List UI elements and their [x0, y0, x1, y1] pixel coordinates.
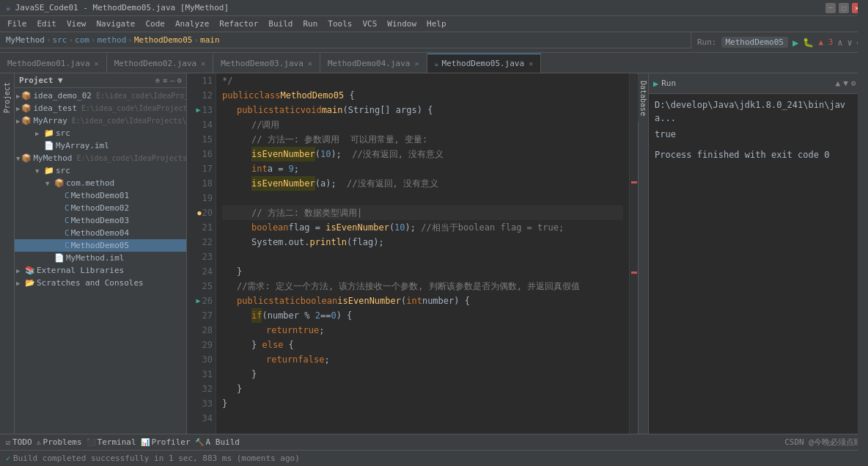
output-panel: ▶ Run ▲ ▼ ⚙ — D:\develop\Java\jdk1.8.0_2…: [648, 73, 868, 434]
module-icon: 📦: [21, 91, 32, 101]
sidebar-item-idea-test[interactable]: ▶ 📦 idea_test E:\idea_code\IdeaProjects\…: [15, 102, 186, 114]
sidebar-item-src2[interactable]: ▼ 📁 src: [15, 164, 186, 177]
warnings-badge[interactable]: ▲ 3: [818, 37, 833, 47]
maximize-btn[interactable]: □: [839, 3, 849, 13]
breadcrumb-main[interactable]: main: [200, 35, 220, 45]
code-line-29: } else {: [222, 338, 623, 352]
database-tab-btn[interactable]: Database: [638, 75, 649, 122]
sidebar-tool2[interactable]: ≡: [163, 76, 167, 84]
code-editor[interactable]: 11 12 ▶13 14 15 16 17 18 19 ●20 21 22 23…: [187, 73, 638, 434]
output-title: Run: [661, 79, 676, 88]
sidebar-item-myarray[interactable]: ▶ 📦 MyArray E:\idea_code\IdeaProjects\Ja…: [15, 114, 186, 127]
code-line-28: return true;: [222, 323, 623, 338]
menu-file[interactable]: File: [3, 18, 32, 30]
output-path-line: D:\develop\Java\jdk1.8.0_241\bin\java...: [655, 98, 862, 125]
menu-edit[interactable]: Edit: [33, 18, 62, 30]
code-line-20: // 方法二: 数据类型调用|: [222, 205, 623, 220]
breadcrumb: MyMethod › src › com › method › MethodDe…: [0, 32, 691, 48]
tab-methoddemo03[interactable]: MethodDemo03.java ✕: [213, 54, 320, 73]
menu-code[interactable]: Code: [141, 18, 169, 30]
breadcrumb-class[interactable]: MethodDemo05: [134, 35, 192, 45]
code-line-14: //调用: [222, 117, 623, 132]
status-bar: ☑ TODO ⚠ Problems ⬛ Terminal 📊 Profiler …: [0, 434, 868, 450]
code-line-25: //需求: 定义一个方法, 该方法接收一个参数, 判断该参数是否为偶数, 并返回…: [222, 279, 623, 294]
tab-close[interactable]: ✕: [308, 59, 312, 68]
line-numbers: 11 12 ▶13 14 15 16 17 18 19 ●20 21 22 23…: [187, 73, 216, 434]
menu-window[interactable]: Window: [383, 18, 421, 30]
run-play-btn[interactable]: ▶: [792, 37, 798, 48]
output-result: true: [655, 128, 862, 141]
build-btn[interactable]: 🔨 A Build: [195, 437, 240, 447]
breadcrumb-method[interactable]: method: [98, 35, 127, 45]
bottom-bar: ✓ Build completed successfully in 1 sec,…: [0, 450, 868, 466]
build-icon: 🔨: [195, 438, 204, 446]
todo-btn[interactable]: ☑ TODO: [6, 437, 32, 447]
menu-tools[interactable]: Tools: [323, 18, 356, 30]
code-line-18: isEvenNumber(a); //没有返回, 没有意义: [222, 176, 623, 191]
sidebar-item-com-method[interactable]: ▼ 📦 com.method: [15, 177, 186, 189]
sidebar-item-methoddemo03[interactable]: C MethodDemo03: [15, 214, 186, 227]
problems-btn[interactable]: ⚠ Problems: [37, 437, 82, 447]
menu-bar: File Edit View Navigate Code Analyze Ref…: [0, 16, 868, 32]
run-debug-btn[interactable]: 🐛: [803, 37, 814, 48]
code-line-33: }: [222, 396, 623, 411]
sidebar-item-myarray-iml[interactable]: 📄 MyArray.iml: [15, 139, 186, 152]
right-tool-strip: Database: [638, 73, 648, 434]
error-mark: [631, 181, 637, 183]
sidebar-item-methoddemo02[interactable]: C MethodDemo02: [15, 202, 186, 214]
profiler-btn[interactable]: 📊 Profiler: [141, 437, 191, 447]
sidebar-item-scratches[interactable]: ▶ 📂 Scratches and Consoles: [15, 277, 186, 289]
sidebar-item-methoddemo04[interactable]: C MethodDemo04: [15, 227, 186, 239]
tab-methoddemo04[interactable]: MethodDemo04.java ✕: [320, 54, 427, 73]
code-lines[interactable]: */ public class MethodDemo05 { public st…: [216, 73, 629, 434]
tab-close[interactable]: ✕: [201, 59, 205, 68]
breadcrumb-com[interactable]: com: [75, 35, 89, 45]
code-line-24: }: [222, 264, 623, 279]
breadcrumb-mymethod[interactable]: MyMethod: [6, 35, 45, 45]
menu-refactor[interactable]: Refactor: [215, 18, 262, 30]
title-text: JavaSE_Code01 - MethodDemo05.java [MyMet…: [15, 3, 229, 12]
sidebar-item-src1[interactable]: ▶ 📁 src: [15, 127, 186, 139]
menu-analyze[interactable]: Analyze: [171, 18, 213, 30]
sidebar-item-mymethod-iml[interactable]: 📄 MyMethod.iml: [15, 252, 186, 264]
code-line-11: */: [222, 73, 623, 88]
menu-build[interactable]: Build: [264, 18, 297, 30]
menu-view[interactable]: View: [62, 18, 91, 30]
sidebar-tool3[interactable]: —: [170, 76, 174, 84]
tabs-bar: MethodDemo01.java ✕ MethodDemo02.java ✕ …: [0, 53, 868, 73]
sidebar-item-methoddemo01[interactable]: C MethodDemo01: [15, 189, 186, 202]
minimize-btn[interactable]: ─: [825, 3, 836, 13]
tab-methoddemo02[interactable]: MethodDemo02.java ✕: [107, 54, 214, 73]
output-filter-btn[interactable]: ⚙: [851, 79, 856, 88]
sidebar-item-external-libraries[interactable]: ▶ 📚 External Libraries: [15, 264, 186, 277]
tab-methoddemo01[interactable]: MethodDemo01.java ✕: [0, 54, 107, 73]
tab-label: MethodDemo02.java: [114, 59, 197, 68]
sidebar-item-methoddemo05[interactable]: C MethodDemo05: [15, 239, 186, 252]
project-tab-btn[interactable]: Project: [1, 76, 12, 119]
sidebar-tool4[interactable]: ⚙: [177, 76, 182, 84]
menu-navigate[interactable]: Navigate: [92, 18, 140, 30]
expand-arrow: ▶: [16, 92, 20, 100]
sidebar-tool1[interactable]: ⊕: [155, 76, 160, 84]
menu-vcs[interactable]: VCS: [358, 18, 381, 30]
sidebar-item-idea-demo02[interactable]: ▶ 📦 idea_demo_02 E:\idea_code\IdeaProjec…: [15, 90, 186, 102]
expand-btn[interactable]: ∧: [837, 37, 842, 48]
left-tool-strip: Project: [0, 73, 15, 434]
tab-close[interactable]: ✕: [414, 59, 419, 68]
output-scroll-up[interactable]: ▲: [836, 79, 841, 88]
tab-close[interactable]: ✕: [529, 59, 533, 68]
sidebar-item-mymethod[interactable]: ▼ 📦 MyMethod E:\idea_code\IdeaProjects\J…: [15, 152, 186, 164]
build-status-msg: Build completed successfully in 1 sec, 8…: [13, 454, 300, 463]
terminal-btn[interactable]: ⬛ Terminal: [87, 437, 136, 447]
collapse-btn[interactable]: ∨: [847, 37, 853, 48]
code-content-area: 11 12 ▶13 14 15 16 17 18 19 ●20 21 22 23…: [187, 73, 638, 434]
run-config-name[interactable]: MethodDemo05: [721, 37, 788, 48]
tab-close[interactable]: ✕: [95, 59, 99, 68]
code-line-21: boolean flag = isEvenNumber(10); //相当于bo…: [222, 220, 623, 235]
code-line-32: }: [222, 382, 623, 396]
breadcrumb-src[interactable]: src: [53, 35, 67, 45]
tab-methoddemo05[interactable]: ☕ MethodDemo05.java ✕: [427, 54, 542, 73]
output-scroll-down[interactable]: ▼: [843, 79, 848, 88]
menu-help[interactable]: Help: [422, 18, 451, 30]
menu-run[interactable]: Run: [298, 18, 322, 30]
